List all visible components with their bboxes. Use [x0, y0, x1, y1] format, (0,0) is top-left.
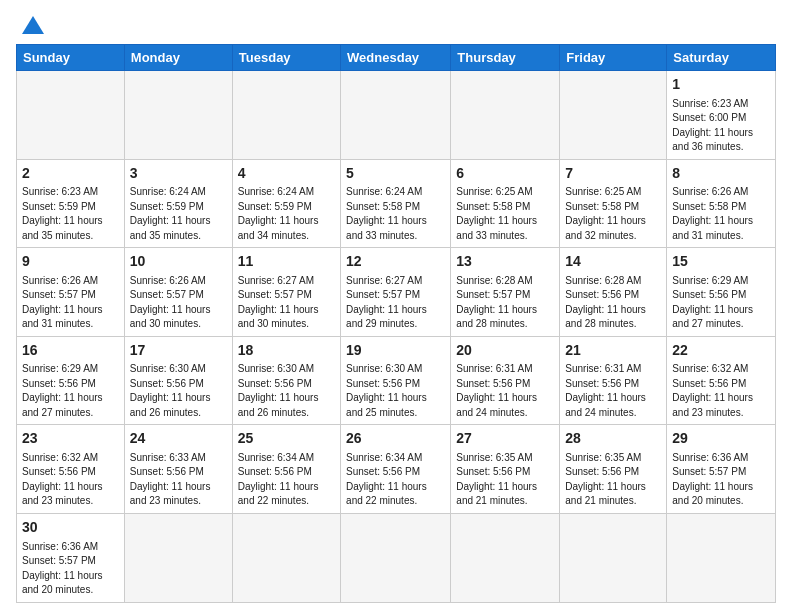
day-cell: 26Sunrise: 6:34 AM Sunset: 5:56 PM Dayli… — [341, 425, 451, 514]
weekday-header-row: SundayMondayTuesdayWednesdayThursdayFrid… — [17, 45, 776, 71]
page: SundayMondayTuesdayWednesdayThursdayFrid… — [0, 0, 792, 612]
day-info: Sunrise: 6:26 AM Sunset: 5:57 PM Dayligh… — [22, 274, 119, 332]
day-info: Sunrise: 6:30 AM Sunset: 5:56 PM Dayligh… — [130, 362, 227, 420]
day-number: 15 — [672, 252, 770, 272]
day-number: 25 — [238, 429, 335, 449]
day-cell — [451, 71, 560, 160]
day-info: Sunrise: 6:28 AM Sunset: 5:57 PM Dayligh… — [456, 274, 554, 332]
day-cell — [124, 71, 232, 160]
day-info: Sunrise: 6:31 AM Sunset: 5:56 PM Dayligh… — [456, 362, 554, 420]
day-info: Sunrise: 6:25 AM Sunset: 5:58 PM Dayligh… — [565, 185, 661, 243]
week-row-5: 23Sunrise: 6:32 AM Sunset: 5:56 PM Dayli… — [17, 425, 776, 514]
weekday-header-sunday: Sunday — [17, 45, 125, 71]
week-row-3: 9Sunrise: 6:26 AM Sunset: 5:57 PM Daylig… — [17, 248, 776, 337]
day-cell: 1Sunrise: 6:23 AM Sunset: 6:00 PM Daylig… — [667, 71, 776, 160]
day-info: Sunrise: 6:27 AM Sunset: 5:57 PM Dayligh… — [346, 274, 445, 332]
day-info: Sunrise: 6:23 AM Sunset: 5:59 PM Dayligh… — [22, 185, 119, 243]
day-cell: 15Sunrise: 6:29 AM Sunset: 5:56 PM Dayli… — [667, 248, 776, 337]
day-number: 14 — [565, 252, 661, 272]
day-cell: 14Sunrise: 6:28 AM Sunset: 5:56 PM Dayli… — [560, 248, 667, 337]
day-info: Sunrise: 6:28 AM Sunset: 5:56 PM Dayligh… — [565, 274, 661, 332]
day-info: Sunrise: 6:32 AM Sunset: 5:56 PM Dayligh… — [672, 362, 770, 420]
day-number: 26 — [346, 429, 445, 449]
day-number: 6 — [456, 164, 554, 184]
day-info: Sunrise: 6:29 AM Sunset: 5:56 PM Dayligh… — [22, 362, 119, 420]
day-info: Sunrise: 6:34 AM Sunset: 5:56 PM Dayligh… — [238, 451, 335, 509]
week-row-4: 16Sunrise: 6:29 AM Sunset: 5:56 PM Dayli… — [17, 336, 776, 425]
day-cell — [341, 513, 451, 602]
day-number: 19 — [346, 341, 445, 361]
day-cell — [667, 513, 776, 602]
weekday-header-tuesday: Tuesday — [232, 45, 340, 71]
day-number: 21 — [565, 341, 661, 361]
day-info: Sunrise: 6:32 AM Sunset: 5:56 PM Dayligh… — [22, 451, 119, 509]
day-info: Sunrise: 6:29 AM Sunset: 5:56 PM Dayligh… — [672, 274, 770, 332]
day-cell: 16Sunrise: 6:29 AM Sunset: 5:56 PM Dayli… — [17, 336, 125, 425]
day-number: 3 — [130, 164, 227, 184]
day-info: Sunrise: 6:26 AM Sunset: 5:58 PM Dayligh… — [672, 185, 770, 243]
day-number: 8 — [672, 164, 770, 184]
day-cell: 12Sunrise: 6:27 AM Sunset: 5:57 PM Dayli… — [341, 248, 451, 337]
weekday-header-monday: Monday — [124, 45, 232, 71]
weekday-header-thursday: Thursday — [451, 45, 560, 71]
day-cell — [560, 71, 667, 160]
day-cell: 20Sunrise: 6:31 AM Sunset: 5:56 PM Dayli… — [451, 336, 560, 425]
day-cell — [232, 513, 340, 602]
day-number: 16 — [22, 341, 119, 361]
day-info: Sunrise: 6:34 AM Sunset: 5:56 PM Dayligh… — [346, 451, 445, 509]
day-info: Sunrise: 6:24 AM Sunset: 5:59 PM Dayligh… — [238, 185, 335, 243]
calendar-table: SundayMondayTuesdayWednesdayThursdayFrid… — [16, 44, 776, 603]
day-number: 29 — [672, 429, 770, 449]
day-cell: 3Sunrise: 6:24 AM Sunset: 5:59 PM Daylig… — [124, 159, 232, 248]
week-row-2: 2Sunrise: 6:23 AM Sunset: 5:59 PM Daylig… — [17, 159, 776, 248]
weekday-header-saturday: Saturday — [667, 45, 776, 71]
day-info: Sunrise: 6:31 AM Sunset: 5:56 PM Dayligh… — [565, 362, 661, 420]
day-cell: 11Sunrise: 6:27 AM Sunset: 5:57 PM Dayli… — [232, 248, 340, 337]
day-info: Sunrise: 6:24 AM Sunset: 5:58 PM Dayligh… — [346, 185, 445, 243]
day-cell: 5Sunrise: 6:24 AM Sunset: 5:58 PM Daylig… — [341, 159, 451, 248]
day-number: 17 — [130, 341, 227, 361]
weekday-header-wednesday: Wednesday — [341, 45, 451, 71]
day-cell: 6Sunrise: 6:25 AM Sunset: 5:58 PM Daylig… — [451, 159, 560, 248]
day-cell: 27Sunrise: 6:35 AM Sunset: 5:56 PM Dayli… — [451, 425, 560, 514]
day-number: 23 — [22, 429, 119, 449]
day-cell: 29Sunrise: 6:36 AM Sunset: 5:57 PM Dayli… — [667, 425, 776, 514]
day-cell: 7Sunrise: 6:25 AM Sunset: 5:58 PM Daylig… — [560, 159, 667, 248]
day-number: 1 — [672, 75, 770, 95]
day-info: Sunrise: 6:30 AM Sunset: 5:56 PM Dayligh… — [346, 362, 445, 420]
day-info: Sunrise: 6:24 AM Sunset: 5:59 PM Dayligh… — [130, 185, 227, 243]
day-cell — [451, 513, 560, 602]
day-number: 22 — [672, 341, 770, 361]
day-cell — [232, 71, 340, 160]
day-number: 24 — [130, 429, 227, 449]
header — [16, 16, 776, 34]
weekday-header-friday: Friday — [560, 45, 667, 71]
day-cell: 30Sunrise: 6:36 AM Sunset: 5:57 PM Dayli… — [17, 513, 125, 602]
day-number: 20 — [456, 341, 554, 361]
day-info: Sunrise: 6:25 AM Sunset: 5:58 PM Dayligh… — [456, 185, 554, 243]
day-info: Sunrise: 6:26 AM Sunset: 5:57 PM Dayligh… — [130, 274, 227, 332]
logo — [16, 16, 44, 34]
day-info: Sunrise: 6:23 AM Sunset: 6:00 PM Dayligh… — [672, 97, 770, 155]
day-cell: 22Sunrise: 6:32 AM Sunset: 5:56 PM Dayli… — [667, 336, 776, 425]
day-number: 7 — [565, 164, 661, 184]
day-cell: 28Sunrise: 6:35 AM Sunset: 5:56 PM Dayli… — [560, 425, 667, 514]
day-number: 5 — [346, 164, 445, 184]
day-cell — [560, 513, 667, 602]
week-row-6: 30Sunrise: 6:36 AM Sunset: 5:57 PM Dayli… — [17, 513, 776, 602]
day-cell — [17, 71, 125, 160]
day-cell — [124, 513, 232, 602]
day-info: Sunrise: 6:27 AM Sunset: 5:57 PM Dayligh… — [238, 274, 335, 332]
day-number: 27 — [456, 429, 554, 449]
day-number: 9 — [22, 252, 119, 272]
day-cell: 25Sunrise: 6:34 AM Sunset: 5:56 PM Dayli… — [232, 425, 340, 514]
day-cell: 10Sunrise: 6:26 AM Sunset: 5:57 PM Dayli… — [124, 248, 232, 337]
day-number: 12 — [346, 252, 445, 272]
day-cell: 13Sunrise: 6:28 AM Sunset: 5:57 PM Dayli… — [451, 248, 560, 337]
day-info: Sunrise: 6:35 AM Sunset: 5:56 PM Dayligh… — [565, 451, 661, 509]
day-info: Sunrise: 6:33 AM Sunset: 5:56 PM Dayligh… — [130, 451, 227, 509]
day-cell: 19Sunrise: 6:30 AM Sunset: 5:56 PM Dayli… — [341, 336, 451, 425]
day-cell: 23Sunrise: 6:32 AM Sunset: 5:56 PM Dayli… — [17, 425, 125, 514]
day-info: Sunrise: 6:35 AM Sunset: 5:56 PM Dayligh… — [456, 451, 554, 509]
day-number: 18 — [238, 341, 335, 361]
